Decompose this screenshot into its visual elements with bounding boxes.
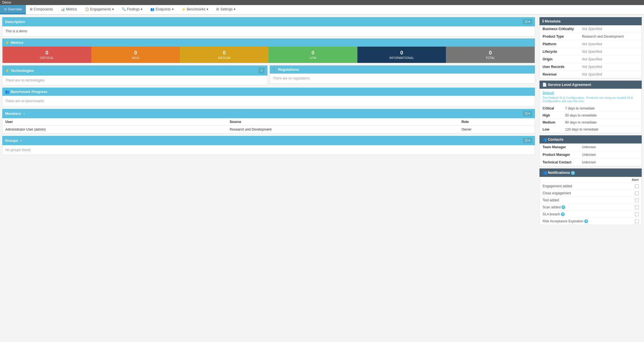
add-technology-button[interactable]: + xyxy=(258,67,265,74)
benchmark-header: 👥 Benchmark Progress xyxy=(2,88,535,96)
member-user: Administrator User (admin) xyxy=(3,126,227,133)
contact-row-technical-contact: Technical Contact Unknown xyxy=(540,159,641,166)
members-header: Members ? ☰ ▾ xyxy=(2,109,535,118)
tab-benchmarks[interactable]: ⚡ Benchmarks ▾ xyxy=(178,5,212,14)
tab-components[interactable]: ⊞ Components xyxy=(26,5,57,14)
nav-tabs: ⊙ Overview ⊞ Components 📊 Metrics 📋 Enga… xyxy=(0,5,644,15)
sla-section: 📄 Service Level Agreement Default The De… xyxy=(539,81,642,133)
contacts-section: 👥 Contacts Team Manager Unknown Product … xyxy=(539,135,642,166)
risk-acceptance-help-icon: ? xyxy=(584,219,588,223)
engagements-icon: 📋 xyxy=(85,7,89,11)
notif-checkbox-3[interactable] xyxy=(635,206,639,209)
notif-row-4: SLA breach ? xyxy=(540,211,641,218)
members-help-icon: ? xyxy=(22,112,26,116)
notif-label-2: Test added xyxy=(543,198,559,202)
notif-checkbox-1[interactable] xyxy=(635,191,639,195)
sla-row-low: Low 120 days to remediate xyxy=(540,126,641,133)
sla-row-critical: Critical 7 days to remediate xyxy=(540,105,641,112)
description-menu-button[interactable]: ☰ ▾ xyxy=(523,19,532,24)
tab-overview[interactable]: ⊙ Overview xyxy=(0,5,26,14)
meta-row-user-records: User Records Not Specified xyxy=(540,63,641,71)
endpoints-icon: 👥 xyxy=(150,7,155,11)
meta-row-lifecycle: Lifecycle Not Specified xyxy=(540,48,641,56)
members-body: User Source Role Administrator User (adm… xyxy=(2,118,535,134)
notif-label-1: Close engagement xyxy=(543,191,571,195)
tab-endpoints[interactable]: 👥 Endpoints ▾ xyxy=(146,5,177,14)
notifications-section: 👥 Notifications ? Alert Engagement added… xyxy=(539,168,642,225)
metadata-body: Business Criticality Not Specified Produ… xyxy=(539,25,642,78)
notifications-header-row: Alert xyxy=(540,177,641,183)
description-header: Description ☰ ▾ xyxy=(2,17,535,26)
tab-settings[interactable]: ⚙ Settings ▾ xyxy=(212,5,239,14)
member-role: Owner xyxy=(459,126,535,133)
metrics-header: ⚡ Metrics xyxy=(2,38,535,47)
notif-checkbox-2[interactable] xyxy=(635,199,639,202)
benchmark-body: There are no benchmarks xyxy=(2,96,535,107)
metadata-section: ℹ Metadata Business Criticality Not Spec… xyxy=(539,17,642,78)
members-col-source: Source xyxy=(227,118,459,126)
sla-default-desc: The Default SLA Configuration. Products … xyxy=(540,95,641,105)
benchmarks-icon: ⚡ xyxy=(182,7,186,11)
notif-checkbox-4[interactable] xyxy=(635,213,639,216)
meta-row-business-criticality: Business Criticality Not Specified xyxy=(540,25,641,33)
notif-row-1: Close engagement xyxy=(540,190,641,197)
navigation: ⊙ Overview ⊞ Components 📊 Metrics 📋 Enga… xyxy=(0,5,644,15)
metric-medium[interactable]: 0 MEDIUM xyxy=(180,47,269,63)
overview-icon: ⊙ xyxy=(4,7,7,11)
sla-header: 📄 Service Level Agreement xyxy=(539,81,642,89)
tech-reg-row: ⚡ Technologies + There are no technologi… xyxy=(2,65,535,85)
contact-row-team-manager: Team Manager Unknown xyxy=(540,143,641,151)
sla-breach-help-icon: ? xyxy=(561,212,565,216)
notif-checkbox-5[interactable] xyxy=(635,220,639,223)
table-row: Administrator User (admin) Research and … xyxy=(3,126,535,133)
contact-row-product-manager: Product Manager Unknown xyxy=(540,151,641,159)
sla-row-high: High 30 days to remediate xyxy=(540,112,641,119)
meta-row-platform: Platform Not Specified xyxy=(540,40,641,48)
notif-row-3: Scan added ? xyxy=(540,204,641,211)
metric-high[interactable]: 0 HIGH xyxy=(91,47,180,63)
metric-total[interactable]: 0 TOTAL xyxy=(446,47,535,63)
members-col-role: Role xyxy=(459,118,535,126)
notifications-header: 👥 Notifications ? xyxy=(539,168,642,177)
chevron-down-icon: ▾ xyxy=(141,7,142,11)
members-menu-button[interactable]: ☰ ▾ xyxy=(523,111,532,116)
members-col-user: User xyxy=(3,118,227,126)
description-body: This is a demo xyxy=(2,26,535,36)
metric-informational[interactable]: 0 INFORMATIONAL xyxy=(357,47,446,63)
technologies-empty: There are no technologies. xyxy=(5,77,46,83)
findings-icon: 🔍 xyxy=(122,7,126,11)
metrics-icon: 📊 xyxy=(61,7,65,11)
notif-label-4: SLA breach ? xyxy=(543,212,565,216)
sla-default-link[interactable]: Default xyxy=(540,89,641,95)
notif-checkbox-0[interactable] xyxy=(635,184,639,188)
members-section: Members ? ☰ ▾ User Source Role xyxy=(2,109,535,134)
notifications-help-icon: ? xyxy=(571,171,575,175)
technologies-body: There are no technologies. xyxy=(2,76,267,85)
groups-header: Groups ? ☰ ▾ xyxy=(2,136,535,145)
tab-metrics[interactable]: 📊 Metrics xyxy=(57,5,81,14)
meta-row-product-type: Product Type Research and Development xyxy=(540,33,641,40)
description-text: This is a demo xyxy=(5,27,27,35)
right-panel: ℹ Metadata Business Criticality Not Spec… xyxy=(537,15,644,229)
metrics-section: ⚡ Metrics 0 CRITICAL 0 HIGH 0 MEDIUM 0 L… xyxy=(2,38,535,63)
benchmark-empty: There are no benchmarks xyxy=(5,98,44,104)
chevron-down-icon: ▾ xyxy=(112,7,114,11)
member-source: Research and Development xyxy=(227,126,459,133)
tab-engagements[interactable]: 📋 Engagements ▾ xyxy=(81,5,118,14)
groups-menu-button[interactable]: ☰ ▾ xyxy=(523,138,532,143)
regulations-section: 🔧 Regulations There are no regulations. xyxy=(270,65,535,85)
groups-body: No groups found. xyxy=(2,145,535,155)
components-icon: ⊞ xyxy=(30,7,33,11)
app-title: Demo xyxy=(0,0,644,5)
groups-help-icon: ? xyxy=(19,139,23,143)
metric-low[interactable]: 0 LOW xyxy=(269,47,357,63)
sla-body: Default The Default SLA Configuration. P… xyxy=(539,89,642,133)
technologies-section: ⚡ Technologies + There are no technologi… xyxy=(2,65,267,85)
regulations-empty: There are no regulations. xyxy=(273,75,310,81)
members-table: User Source Role Administrator User (adm… xyxy=(3,118,535,133)
tab-findings[interactable]: 🔍 Findings ▾ xyxy=(118,5,146,14)
regulations-body: There are no regulations. xyxy=(270,74,535,83)
main-layout: Description ☰ ▾ This is a demo ⚡ Metrics… xyxy=(0,15,644,229)
metric-critical[interactable]: 0 CRITICAL xyxy=(3,47,91,63)
groups-section: Groups ? ☰ ▾ No groups found. xyxy=(2,136,535,155)
